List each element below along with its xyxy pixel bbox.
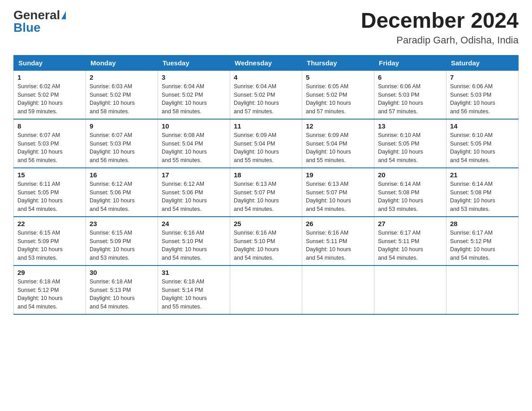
header-cell-tuesday: Tuesday [158, 55, 230, 70]
calendar-cell: 8Sunrise: 6:07 AM Sunset: 5:03 PM Daylig… [14, 119, 86, 168]
calendar-cell: 20Sunrise: 6:14 AM Sunset: 5:08 PM Dayli… [374, 168, 446, 217]
header-cell-wednesday: Wednesday [230, 55, 302, 70]
calendar-cell: 29Sunrise: 6:18 AM Sunset: 5:12 PM Dayli… [14, 265, 86, 314]
day-info: Sunrise: 6:04 AM Sunset: 5:02 PM Dayligh… [234, 82, 298, 116]
day-number: 11 [234, 122, 298, 130]
day-number: 18 [234, 171, 298, 179]
day-info: Sunrise: 6:08 AM Sunset: 5:04 PM Dayligh… [162, 131, 226, 165]
calendar-cell: 25Sunrise: 6:16 AM Sunset: 5:10 PM Dayli… [230, 217, 302, 265]
day-info: Sunrise: 6:06 AM Sunset: 5:03 PM Dayligh… [450, 82, 515, 116]
header-cell-saturday: Saturday [446, 55, 519, 70]
day-info: Sunrise: 6:12 AM Sunset: 5:06 PM Dayligh… [90, 180, 154, 214]
calendar-cell: 10Sunrise: 6:08 AM Sunset: 5:04 PM Dayli… [158, 119, 230, 168]
calendar-week-4: 22Sunrise: 6:15 AM Sunset: 5:09 PM Dayli… [14, 217, 519, 265]
calendar-cell: 6Sunrise: 6:06 AM Sunset: 5:03 PM Daylig… [374, 70, 446, 119]
day-info: Sunrise: 6:09 AM Sunset: 5:04 PM Dayligh… [234, 131, 298, 165]
subtitle: Paradip Garh, Odisha, India [361, 34, 519, 46]
calendar-cell: 3Sunrise: 6:04 AM Sunset: 5:02 PM Daylig… [158, 70, 230, 119]
day-info: Sunrise: 6:04 AM Sunset: 5:02 PM Dayligh… [162, 82, 226, 116]
calendar-cell: 14Sunrise: 6:10 AM Sunset: 5:05 PM Dayli… [446, 119, 519, 168]
calendar-cell: 11Sunrise: 6:09 AM Sunset: 5:04 PM Dayli… [230, 119, 302, 168]
logo-blue-text: Blue [13, 21, 41, 34]
day-info: Sunrise: 6:16 AM Sunset: 5:10 PM Dayligh… [162, 229, 226, 262]
main-title: December 2024 [361, 9, 519, 33]
day-number: 25 [234, 220, 298, 227]
day-number: 5 [306, 73, 370, 81]
day-info: Sunrise: 6:18 AM Sunset: 5:13 PM Dayligh… [90, 278, 154, 311]
day-info: Sunrise: 6:02 AM Sunset: 5:02 PM Dayligh… [17, 82, 82, 116]
day-number: 31 [162, 269, 226, 276]
calendar-cell: 17Sunrise: 6:12 AM Sunset: 5:06 PM Dayli… [158, 168, 230, 217]
calendar-cell: 21Sunrise: 6:14 AM Sunset: 5:08 PM Dayli… [446, 168, 519, 217]
day-info: Sunrise: 6:15 AM Sunset: 5:09 PM Dayligh… [17, 229, 82, 262]
calendar-cell: 27Sunrise: 6:17 AM Sunset: 5:11 PM Dayli… [374, 217, 446, 265]
logo-triangle-icon [61, 11, 66, 19]
header-cell-monday: Monday [86, 55, 158, 70]
day-number: 10 [162, 122, 226, 130]
day-number: 4 [234, 73, 298, 81]
day-info: Sunrise: 6:10 AM Sunset: 5:05 PM Dayligh… [450, 131, 515, 165]
calendar-cell: 5Sunrise: 6:05 AM Sunset: 5:02 PM Daylig… [302, 70, 374, 119]
day-number: 28 [450, 220, 515, 227]
day-info: Sunrise: 6:09 AM Sunset: 5:04 PM Dayligh… [306, 131, 370, 165]
calendar-cell: 18Sunrise: 6:13 AM Sunset: 5:07 PM Dayli… [230, 168, 302, 217]
day-info: Sunrise: 6:07 AM Sunset: 5:03 PM Dayligh… [17, 131, 82, 165]
day-number: 6 [378, 73, 442, 81]
calendar-cell [446, 265, 519, 314]
day-info: Sunrise: 6:17 AM Sunset: 5:11 PM Dayligh… [378, 229, 442, 262]
calendar-cell: 22Sunrise: 6:15 AM Sunset: 5:09 PM Dayli… [14, 217, 86, 265]
calendar-cell [302, 265, 374, 314]
calendar-cell: 12Sunrise: 6:09 AM Sunset: 5:04 PM Dayli… [302, 119, 374, 168]
calendar-week-5: 29Sunrise: 6:18 AM Sunset: 5:12 PM Dayli… [14, 265, 519, 314]
day-number: 9 [90, 122, 154, 130]
day-number: 3 [162, 73, 226, 81]
calendar-week-3: 15Sunrise: 6:11 AM Sunset: 5:05 PM Dayli… [14, 168, 519, 217]
calendar-cell: 19Sunrise: 6:13 AM Sunset: 5:07 PM Dayli… [302, 168, 374, 217]
calendar-week-2: 8Sunrise: 6:07 AM Sunset: 5:03 PM Daylig… [14, 119, 519, 168]
day-number: 7 [450, 73, 515, 81]
day-info: Sunrise: 6:17 AM Sunset: 5:12 PM Dayligh… [450, 229, 515, 262]
page-header: General Blue December 2024 Paradip Garh,… [13, 9, 519, 46]
day-number: 1 [17, 73, 82, 81]
day-number: 12 [306, 122, 370, 130]
day-number: 22 [17, 220, 82, 227]
day-info: Sunrise: 6:14 AM Sunset: 5:08 PM Dayligh… [450, 180, 515, 214]
day-info: Sunrise: 6:11 AM Sunset: 5:05 PM Dayligh… [17, 180, 82, 214]
calendar-cell: 16Sunrise: 6:12 AM Sunset: 5:06 PM Dayli… [86, 168, 158, 217]
calendar-cell [374, 265, 446, 314]
day-info: Sunrise: 6:14 AM Sunset: 5:08 PM Dayligh… [378, 180, 442, 214]
logo-general-text: General [13, 9, 60, 21]
day-number: 16 [90, 171, 154, 179]
day-info: Sunrise: 6:13 AM Sunset: 5:07 PM Dayligh… [306, 180, 370, 214]
calendar-cell: 26Sunrise: 6:16 AM Sunset: 5:11 PM Dayli… [302, 217, 374, 265]
calendar-cell: 4Sunrise: 6:04 AM Sunset: 5:02 PM Daylig… [230, 70, 302, 119]
day-info: Sunrise: 6:15 AM Sunset: 5:09 PM Dayligh… [90, 229, 154, 262]
calendar-cell: 23Sunrise: 6:15 AM Sunset: 5:09 PM Dayli… [86, 217, 158, 265]
day-number: 23 [90, 220, 154, 227]
day-number: 24 [162, 220, 226, 227]
calendar-body: 1Sunrise: 6:02 AM Sunset: 5:02 PM Daylig… [14, 70, 519, 314]
day-info: Sunrise: 6:18 AM Sunset: 5:12 PM Dayligh… [17, 278, 82, 311]
day-number: 19 [306, 171, 370, 179]
day-number: 14 [450, 122, 515, 130]
day-info: Sunrise: 6:10 AM Sunset: 5:05 PM Dayligh… [378, 131, 442, 165]
day-number: 8 [17, 122, 82, 130]
calendar-cell: 30Sunrise: 6:18 AM Sunset: 5:13 PM Dayli… [86, 265, 158, 314]
day-info: Sunrise: 6:05 AM Sunset: 5:02 PM Dayligh… [306, 82, 370, 116]
calendar-cell: 13Sunrise: 6:10 AM Sunset: 5:05 PM Dayli… [374, 119, 446, 168]
day-number: 26 [306, 220, 370, 227]
calendar-cell: 15Sunrise: 6:11 AM Sunset: 5:05 PM Dayli… [14, 168, 86, 217]
day-info: Sunrise: 6:06 AM Sunset: 5:03 PM Dayligh… [378, 82, 442, 116]
calendar-cell: 31Sunrise: 6:18 AM Sunset: 5:14 PM Dayli… [158, 265, 230, 314]
day-number: 15 [17, 171, 82, 179]
day-number: 2 [90, 73, 154, 81]
calendar-cell: 2Sunrise: 6:03 AM Sunset: 5:02 PM Daylig… [86, 70, 158, 119]
day-number: 20 [378, 171, 442, 179]
day-number: 13 [378, 122, 442, 130]
title-block: December 2024 Paradip Garh, Odisha, Indi… [361, 9, 519, 46]
day-info: Sunrise: 6:07 AM Sunset: 5:03 PM Dayligh… [90, 131, 154, 165]
calendar-table: SundayMondayTuesdayWednesdayThursdayFrid… [13, 55, 519, 315]
day-number: 21 [450, 171, 515, 179]
calendar-cell: 24Sunrise: 6:16 AM Sunset: 5:10 PM Dayli… [158, 217, 230, 265]
header-cell-sunday: Sunday [14, 55, 86, 70]
